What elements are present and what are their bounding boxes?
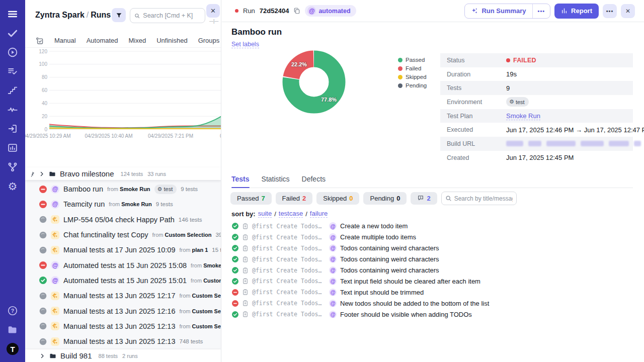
filter-passed-button[interactable]: Passed7 [230, 192, 272, 205]
test-title: Footer should be visible when adding TOD… [340, 311, 472, 318]
pulse-activity-icon[interactable] [7, 104, 19, 116]
sort-by-testcase-link[interactable]: testcase [279, 210, 303, 218]
detail-value [506, 141, 643, 146]
branches-icon[interactable] [7, 161, 19, 173]
milestone-row[interactable]: Bravo milestone 124 tests 33 runs [25, 167, 221, 180]
project-name[interactable]: Zyntra Spark [35, 11, 85, 19]
run-row[interactable]: @Bamboo runfrom Smoke Run⚙test9 tests [25, 182, 221, 197]
run-summary-group: Run Summary ••• [464, 4, 550, 19]
automated-icon: @ [307, 7, 316, 15]
copy-icon[interactable] [293, 7, 300, 15]
test-title: Create multiple todo items [340, 233, 416, 241]
run-row[interactable]: Chat functinality test Copyfrom Custom S… [25, 227, 221, 242]
page-title: Runs [91, 11, 111, 19]
analytics-bar-chart-icon[interactable] [7, 142, 19, 154]
chip-label: Pending [370, 195, 394, 202]
runs-search-input[interactable] [143, 12, 201, 19]
test-row[interactable]: @first Create Todos…@Footer should be vi… [232, 309, 634, 320]
manual-run-icon [51, 215, 59, 224]
run-summary-button[interactable]: Run Summary [465, 4, 532, 18]
run-row[interactable]: Manual tests at 13 Jun 2025 12:13from Cu… [25, 319, 221, 334]
sort-by-failure-link[interactable]: failure [310, 210, 328, 218]
detail-value: 9 [506, 84, 510, 92]
panel-resize-handle[interactable]: —¦— [209, 19, 218, 24]
menu-icon[interactable] [7, 8, 19, 20]
run-row[interactable]: @Automated tests at 15 Jun 2025 15:08fro… [25, 257, 221, 273]
sort-by-suite-link[interactable]: suite [258, 210, 272, 218]
run-row[interactable]: Manual tests at 13 Jun 2025 12:16from Cu… [25, 303, 221, 318]
select-all-icon[interactable] [35, 36, 44, 45]
tab-tests[interactable]: Tests [231, 175, 250, 183]
detail-value: ⚙test [506, 97, 529, 107]
test-row[interactable]: @first Create Todos…@Todos containing we… [232, 254, 634, 265]
plans-list-check-icon[interactable] [7, 65, 19, 77]
import-signin-icon[interactable] [7, 123, 19, 135]
report-button[interactable]: Report [554, 4, 599, 19]
set-labels-link[interactable]: Set labels [231, 41, 259, 48]
tab-mixed[interactable]: Mixed [129, 37, 146, 44]
run-name: Manual tests at 13 Jun 2025 12:17 [63, 292, 176, 300]
run-row[interactable]: @Automated tests at 15 Jun 2025 15:01fro… [25, 273, 221, 288]
run-row[interactable]: Manual tests at 13 Jun 2025 12:13748 tes… [25, 334, 221, 349]
filter-skipped-button[interactable]: Skipped0 [316, 192, 359, 205]
test-row[interactable]: @first Create Todos…@Text input field sh… [232, 276, 634, 287]
build-folder-row[interactable]: Build 981 88 tests 2 runs [25, 349, 221, 362]
run-summary-more-button[interactable]: ••• [532, 4, 550, 18]
help-icon[interactable]: ? [7, 305, 19, 317]
tab-manual[interactable]: Manual [54, 37, 76, 44]
tab-automated[interactable]: Automated [87, 37, 118, 44]
comments-filter-button[interactable]: 2 [411, 192, 437, 205]
automated-run-icon: @ [51, 200, 59, 209]
test-row[interactable]: @first Create Todos…@Create a new todo i… [232, 221, 634, 232]
chevron-right-icon[interactable] [39, 171, 45, 177]
detail-row: Duration19s [440, 67, 633, 81]
run-row[interactable]: Manual tests at 13 Jun 2025 12:17from Cu… [25, 288, 221, 303]
legend-label: Pending [406, 82, 427, 88]
test-row[interactable]: @first Create Todos…@Text input should b… [232, 287, 634, 298]
test-plan-link[interactable]: Smoke Run [506, 112, 540, 120]
detail-row: Environment⚙test [440, 95, 633, 109]
automated-badge[interactable]: @ automated [305, 5, 356, 17]
svg-text:22.2%: 22.2% [291, 61, 307, 67]
app-logo[interactable]: T [7, 343, 19, 355]
build-runs-count: 2 runs [122, 353, 138, 359]
run-detail-header: Run 72d52404 @ automated Run Summary •••… [222, 0, 644, 22]
more-actions-button[interactable]: ••• [603, 4, 617, 18]
suite-name: @first Create Todos… [252, 223, 326, 230]
chevron-right-icon[interactable] [39, 353, 45, 359]
close-panel-button[interactable]: ✕ [206, 4, 220, 18]
run-row[interactable]: Manual tests at 17 Jun 2025 10:09from pl… [25, 242, 221, 257]
test-status-failed-icon [232, 300, 238, 307]
tab-groups[interactable]: Groups [198, 37, 220, 44]
test-status-passed-icon [232, 267, 238, 274]
clipboard-icon [242, 267, 249, 274]
test-row[interactable]: @first Create Todos…@New todos should be… [232, 298, 634, 309]
redacted-block [546, 141, 576, 146]
milestones-steps-icon[interactable] [7, 84, 19, 97]
test-row[interactable]: @first Create Todos…@Todos containing we… [232, 265, 634, 276]
detail-label: Environment [440, 99, 506, 106]
projects-folder-icon[interactable] [7, 324, 19, 336]
tab-defects[interactable]: Defects [302, 175, 326, 183]
run-status-failed-icon [39, 186, 47, 193]
svg-text:100: 100 [39, 61, 47, 67]
run-row[interactable]: LMP-554 05/04 check Happy Path146 tests [25, 212, 221, 227]
tab-unfinished[interactable]: Unfinished [156, 37, 187, 44]
detail-label: Build URL [440, 140, 506, 147]
legend-item: Failed [398, 65, 427, 71]
filter-pending-button[interactable]: Pending0 [363, 192, 407, 205]
settings-gear-icon[interactable]: ⚙ [7, 180, 19, 192]
run-row[interactable]: @Teamcity runfrom Smoke Run9 tests [25, 197, 221, 212]
close-detail-button[interactable]: ✕ [621, 4, 635, 18]
test-row[interactable]: @first Create Todos…@Todos containing we… [232, 243, 634, 254]
filter-button[interactable] [112, 8, 126, 22]
test-row[interactable]: @first Create Todos…@Create multiple tod… [232, 232, 634, 243]
tab-statistics[interactable]: Statistics [262, 175, 290, 183]
testcases-check-icon[interactable] [7, 27, 19, 39]
pin-icon [29, 171, 35, 177]
filter-failed-button[interactable]: Failed2 [276, 192, 313, 205]
runs-play-icon[interactable] [7, 46, 19, 58]
tests-search-input[interactable] [454, 195, 513, 202]
sort-by-label: sort by: [231, 210, 256, 218]
automated-run-icon: @ [51, 261, 59, 269]
